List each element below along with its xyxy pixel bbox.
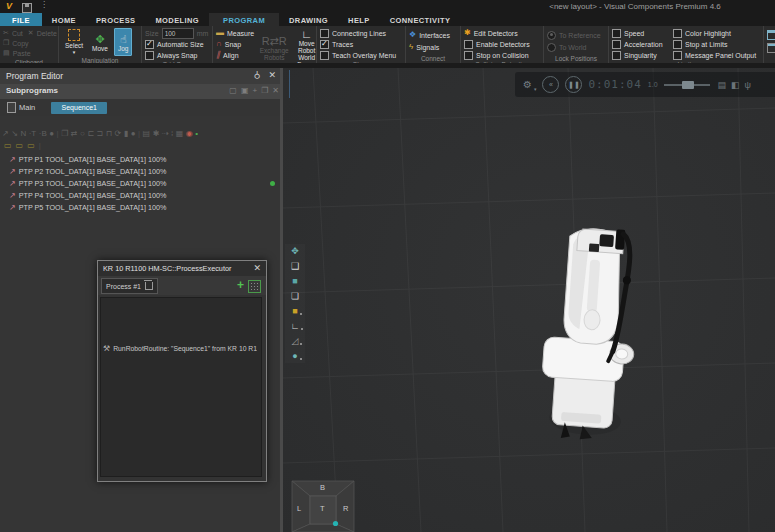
- call-routine-icon[interactable]: ❐: [61, 129, 68, 138]
- more-icon[interactable]: ⁞: [171, 129, 173, 138]
- set-base-icon[interactable]: ·B: [39, 129, 47, 138]
- copy-button[interactable]: Copy: [12, 40, 28, 47]
- tab-process[interactable]: PROCESS: [86, 13, 145, 26]
- frame-type-icon[interactable]: ∟: [291, 321, 300, 331]
- fit-view-icon[interactable]: ✥: [291, 246, 299, 256]
- print-icon[interactable]: ▤: [143, 129, 151, 138]
- speed-checkbox[interactable]: [612, 29, 621, 38]
- teach-overlay-checkbox[interactable]: [320, 51, 329, 60]
- add-process-button[interactable]: +: [237, 278, 244, 292]
- comment-icon[interactable]: ●: [131, 129, 136, 138]
- routine-tab-main[interactable]: Main: [7, 102, 35, 113]
- save-icon[interactable]: [22, 3, 32, 13]
- process-grid-view-icon[interactable]: [248, 280, 261, 293]
- connecting-lines-checkbox[interactable]: [320, 29, 329, 38]
- traces-checkbox[interactable]: [320, 40, 329, 49]
- if-icon[interactable]: ⊏: [87, 129, 94, 138]
- color-highlight-checkbox[interactable]: [673, 29, 682, 38]
- add-routine-icon[interactable]: +: [252, 86, 257, 95]
- to-reference-radio[interactable]: [547, 31, 556, 40]
- copy-routine-icon[interactable]: ❐: [261, 86, 268, 95]
- tab-modeling[interactable]: MODELING: [145, 13, 209, 26]
- statement-row[interactable]: ↗PTP P3 TOOL_DATA[1] BASE_DATA[1] 100%: [0, 177, 283, 189]
- cube-label-back[interactable]: B: [320, 483, 325, 492]
- quick-access-customize-icon[interactable]: ⋮: [40, 0, 48, 9]
- loop-icon[interactable]: ⊓: [106, 129, 112, 138]
- statement-row[interactable]: ↗PTP P1 TOOL_DATA[1] BASE_DATA[1] 100%: [0, 153, 283, 165]
- process-window-titlebar[interactable]: KR 10 R1100 HM-SC::ProcessExecutor ✕: [98, 261, 266, 277]
- always-snap-checkbox[interactable]: [145, 51, 154, 60]
- tab-file[interactable]: FILE: [0, 13, 42, 26]
- close-icon[interactable]: ✕: [253, 263, 261, 273]
- signals-button[interactable]: Signals: [416, 44, 439, 51]
- tab-home[interactable]: HOME: [42, 13, 86, 26]
- align-button[interactable]: Align: [223, 52, 239, 59]
- paste-button[interactable]: Paste: [13, 50, 31, 57]
- signal-action-icon[interactable]: ◉: [186, 129, 193, 138]
- pause-button[interactable]: ❚❚: [565, 76, 582, 93]
- tab-connectivity[interactable]: CONNECTIVITY: [380, 13, 461, 26]
- simulation-settings-icon[interactable]: ⚙: [523, 79, 532, 90]
- enable-detectors-checkbox[interactable]: [464, 40, 473, 49]
- automatic-size-checkbox[interactable]: [145, 40, 154, 49]
- viewport-3d[interactable]: ⚙▾ « ❚❚ 0:01:04 1.0 ▤◧ψ ✥❑■❏■∟◿●: [283, 68, 775, 532]
- cube-label-top[interactable]: T: [320, 504, 325, 513]
- delay-icon[interactable]: ●: [49, 129, 54, 138]
- to-world-radio[interactable]: [547, 43, 556, 52]
- tab-program[interactable]: PROGRAM: [209, 13, 279, 26]
- move-robot-world-frame-button[interactable]: ∟Move Robot World Frame: [294, 28, 319, 63]
- snap-button[interactable]: Snap: [225, 41, 241, 48]
- define-icon[interactable]: ✱: [153, 129, 160, 138]
- simulation-speed[interactable]: 1.0: [648, 81, 658, 88]
- new-routine-icon[interactable]: ▢: [229, 86, 237, 95]
- perspective-view-icon[interactable]: ❏: [291, 291, 299, 301]
- while-icon[interactable]: ○: [80, 129, 85, 138]
- fullscreen-icon[interactable]: ❑: [291, 261, 299, 271]
- process-executor-window[interactable]: KR 10 R1100 HM-SC::ProcessExecutor ✕ Pro…: [97, 260, 267, 482]
- measure-button[interactable]: Measure: [227, 30, 254, 37]
- speed-slider[interactable]: [664, 84, 710, 86]
- routine-tab-sequence1[interactable]: Sequence1: [51, 102, 107, 114]
- jog-button[interactable]: ☝Jog: [114, 28, 132, 56]
- else-icon[interactable]: ⊐: [97, 129, 104, 138]
- ptp-motion-icon[interactable]: ↗: [2, 129, 9, 138]
- trash-icon[interactable]: [145, 282, 153, 290]
- tab-help[interactable]: HELP: [338, 13, 380, 26]
- interfaces-button[interactable]: Interfaces: [419, 32, 450, 39]
- tab-drawing[interactable]: DRAWING: [279, 13, 338, 26]
- jump-icon[interactable]: ⇢: [162, 129, 169, 138]
- process-statement-icon[interactable]: ▭: [27, 141, 35, 150]
- cube-label-left[interactable]: L: [297, 504, 301, 513]
- process-statement-icon[interactable]: ▭: [4, 141, 12, 150]
- process-statement-icon[interactable]: ▭: [16, 141, 24, 150]
- spline-icon[interactable]: N: [20, 129, 26, 138]
- view-presets-icon[interactable]: ●: [292, 351, 297, 361]
- view-plane-icon[interactable]: ■: [292, 276, 297, 286]
- monitor-icon[interactable]: ▦: [176, 129, 184, 138]
- rewind-button[interactable]: «: [542, 76, 559, 93]
- grid-size-input[interactable]: [162, 28, 194, 39]
- set-tool-icon[interactable]: ·T: [29, 129, 37, 138]
- singularity-checkbox[interactable]: [612, 51, 621, 60]
- signal-state-icon[interactable]: •: [195, 129, 198, 138]
- delete-button[interactable]: Delete: [37, 30, 57, 37]
- cube-label-right[interactable]: R: [343, 504, 348, 513]
- statement-row[interactable]: ↗PTP P4 TOOL_DATA[1] BASE_DATA[1] 100%: [0, 189, 283, 201]
- import-routine-icon[interactable]: ▣: [241, 86, 249, 95]
- statement-row[interactable]: ↗PTP P5 TOOL_DATA[1] BASE_DATA[1] 100%: [0, 201, 283, 213]
- message-panel-output-checkbox[interactable]: [673, 51, 682, 60]
- delete-routine-icon[interactable]: ✕: [272, 86, 279, 95]
- robot-model[interactable]: [519, 220, 669, 450]
- record-video-icon[interactable]: ◧: [731, 80, 740, 90]
- stop-on-collision-checkbox[interactable]: [464, 51, 473, 60]
- select-button[interactable]: Select▾: [62, 28, 86, 56]
- signal-chart-icon[interactable]: ψ: [745, 80, 751, 90]
- slider-handle[interactable]: [682, 81, 694, 89]
- swap-icon[interactable]: ⇄: [71, 129, 78, 138]
- move-button[interactable]: ✥Move: [89, 28, 111, 56]
- edit-detectors-button[interactable]: Edit Detectors: [474, 30, 518, 37]
- repeat-icon[interactable]: ⟳: [115, 129, 122, 138]
- lin-motion-icon[interactable]: ↘: [11, 129, 18, 138]
- statement-row[interactable]: ↗PTP P2 TOOL_DATA[1] BASE_DATA[1] 100%: [0, 165, 283, 177]
- acceleration-checkbox[interactable]: [612, 40, 621, 49]
